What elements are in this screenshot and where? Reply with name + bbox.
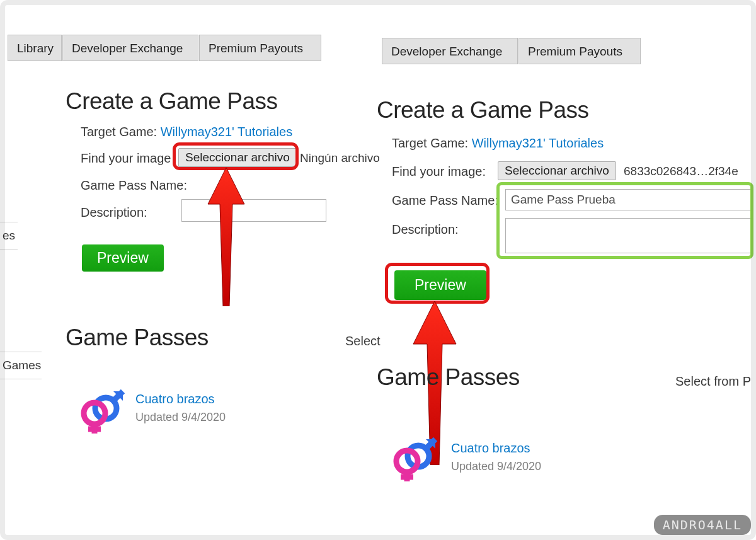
select-label-r: Select from P <box>675 374 751 389</box>
game-passes-heading: Game Passes <box>66 325 209 351</box>
watermark: ANDRO4ALL <box>654 515 751 535</box>
description-label-r: Description: <box>392 222 459 237</box>
sidebar-fragment-games[interactable]: Games <box>0 352 42 379</box>
page-title-r: Create a Game Pass <box>377 97 588 124</box>
game-pass-link-r[interactable]: Cuatro brazos <box>451 441 530 456</box>
target-game-link[interactable]: Willymay321' Tutoriales <box>161 125 292 139</box>
name-input-r[interactable] <box>505 189 751 210</box>
gender-icon-r <box>388 437 438 481</box>
target-game-label: Target Game: Willymay321' Tutoriales <box>81 125 292 139</box>
description-label: Description: <box>81 205 147 220</box>
game-pass-updated-r: Updated 9/4/2020 <box>451 460 541 473</box>
tab-premium-payouts-r[interactable]: Premium Payouts <box>518 38 641 64</box>
tab-developer-exchange[interactable]: Developer Exchange <box>62 35 198 61</box>
select-file-button[interactable]: Seleccionar archivo <box>178 148 297 167</box>
svg-marker-0 <box>208 168 244 306</box>
target-game-label-r: Target Game: Willymay321' Tutoriales <box>392 136 604 151</box>
gender-icon <box>76 389 126 434</box>
find-image-label: Find your image <box>81 151 171 166</box>
name-label-r: Game Pass Name: <box>392 193 498 208</box>
file-status-r: 6833c026843…2f34e <box>624 164 738 178</box>
find-image-label-r: Find your image: <box>392 164 486 179</box>
game-passes-heading-r: Game Passes <box>377 364 520 391</box>
file-status: Ningún archivo <box>300 151 380 165</box>
select-file-button-r[interactable]: Seleccionar archivo <box>498 161 616 180</box>
description-input[interactable] <box>181 199 326 222</box>
game-pass-link[interactable]: Cuatro brazos <box>135 392 215 406</box>
annotation-arrow <box>204 168 248 306</box>
page-title: Create a Game Pass <box>66 88 277 115</box>
preview-button-r[interactable]: Preview <box>394 270 486 300</box>
description-input-r[interactable] <box>505 218 751 253</box>
preview-button[interactable]: Preview <box>82 244 164 272</box>
game-pass-updated: Updated 9/4/2020 <box>135 411 226 424</box>
sidebar-fragment-es[interactable]: es <box>0 222 18 250</box>
tab-premium-payouts[interactable]: Premium Payouts <box>199 35 321 61</box>
tab-library[interactable]: Library <box>8 35 62 61</box>
target-game-link-r[interactable]: Willymay321' Tutoriales <box>472 136 604 150</box>
name-label: Game Pass Name: <box>81 178 187 193</box>
tab-developer-exchange-r[interactable]: Developer Exchange <box>382 38 518 64</box>
select-label: Select <box>345 334 381 348</box>
